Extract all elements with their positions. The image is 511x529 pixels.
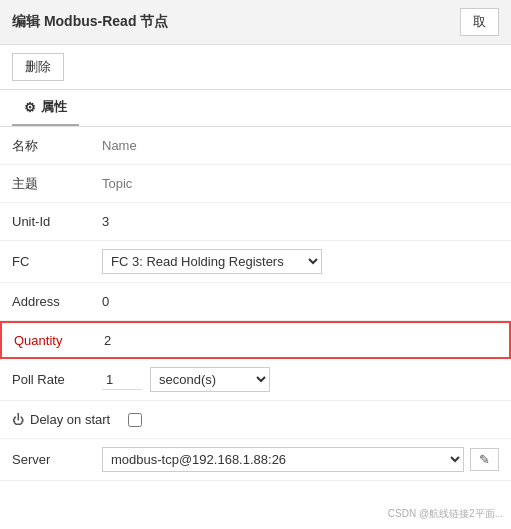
toolbar: 删除 [0, 45, 511, 90]
cancel-button-top[interactable]: 取 [460, 8, 499, 36]
pollrate-unit-select[interactable]: second(s)minute(s)hour(s)millisecond(s) [150, 367, 270, 392]
unitid-label: Unit-Id [12, 214, 102, 229]
address-label: Address [12, 294, 102, 309]
pollrate-row: Poll Rate second(s)minute(s)hour(s)milli… [0, 359, 511, 401]
name-row: 名称 [0, 127, 511, 165]
address-input[interactable] [102, 292, 499, 311]
quantity-label: Quantity [14, 333, 104, 348]
delay-label: Delay on start [30, 412, 110, 427]
server-edit-button[interactable]: ✎ [470, 448, 499, 471]
unitid-input[interactable] [102, 212, 499, 231]
quantity-row: Quantity [0, 321, 511, 359]
unitid-row: Unit-Id [0, 203, 511, 241]
topic-row: 主题 [0, 165, 511, 203]
tab-properties-label: 属性 [41, 98, 67, 116]
topic-label: 主题 [12, 175, 102, 193]
header-title: 编辑 Modbus-Read 节点 [12, 13, 168, 31]
tabs: ⚙ 属性 [0, 90, 511, 127]
tab-properties[interactable]: ⚙ 属性 [12, 90, 79, 126]
name-input[interactable] [102, 136, 499, 155]
fc-label: FC [12, 254, 102, 269]
fc-row: FC FC 3: Read Holding RegistersFC 1: Rea… [0, 241, 511, 283]
watermark: CSDN @航线链接2平面... [388, 507, 503, 521]
delay-row: ⏻ Delay on start [0, 401, 511, 439]
topic-input[interactable] [102, 174, 499, 193]
pollrate-label: Poll Rate [12, 372, 102, 387]
server-select[interactable]: modbus-tcp@192.168.1.88:26 [102, 447, 464, 472]
server-label: Server [12, 452, 102, 467]
delete-button[interactable]: 删除 [12, 53, 64, 81]
pollrate-input[interactable] [102, 370, 142, 390]
header: 编辑 Modbus-Read 节点 取 [0, 0, 511, 45]
server-row: Server modbus-tcp@192.168.1.88:26 ✎ [0, 439, 511, 481]
delay-checkbox[interactable] [128, 413, 142, 427]
edit-icon: ✎ [479, 452, 490, 467]
form-body: 名称 主题 Unit-Id FC FC 3: Read Holding Regi… [0, 127, 511, 481]
gear-icon: ⚙ [24, 100, 36, 115]
quantity-input[interactable] [104, 333, 164, 348]
power-icon: ⏻ [12, 413, 24, 427]
name-label: 名称 [12, 137, 102, 155]
fc-select[interactable]: FC 3: Read Holding RegistersFC 1: Read C… [102, 249, 322, 274]
address-row: Address [0, 283, 511, 321]
